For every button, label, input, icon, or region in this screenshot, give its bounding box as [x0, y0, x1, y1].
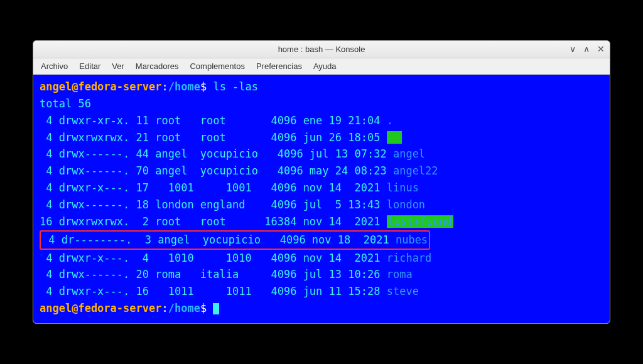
menu-archivo[interactable]: Archivo — [41, 62, 68, 71]
titlebar[interactable]: home : bash — Konsole ∨ ∧ ✕ — [33, 41, 610, 58]
menu-complementos[interactable]: Complementos — [190, 62, 244, 71]
maximize-icon[interactable]: ∧ — [583, 45, 590, 53]
window-controls: ∨ ∧ ✕ — [570, 41, 605, 58]
menu-ayuda[interactable]: Ayuda — [313, 62, 337, 71]
close-icon[interactable]: ✕ — [597, 45, 605, 53]
cursor — [213, 303, 219, 314]
terminal-output[interactable]: angel@fedora-server:/home$ ls -las total… — [33, 75, 610, 323]
window-title: home : bash — Konsole — [278, 45, 365, 54]
minimize-icon[interactable]: ∨ — [570, 45, 576, 53]
menu-marcadores[interactable]: Marcadores — [136, 62, 179, 71]
menu-ver[interactable]: Ver — [112, 62, 124, 71]
konsole-window: home : bash — Konsole ∨ ∧ ✕ Archivo Edit… — [33, 40, 610, 324]
menu-editar[interactable]: Editar — [79, 62, 100, 71]
terminal-wrapper: angel@fedora-server:/home$ ls -las total… — [33, 75, 610, 323]
menu-preferencias[interactable]: Preferencias — [256, 62, 302, 71]
menubar: Archivo Editar Ver Marcadores Complement… — [33, 58, 610, 75]
